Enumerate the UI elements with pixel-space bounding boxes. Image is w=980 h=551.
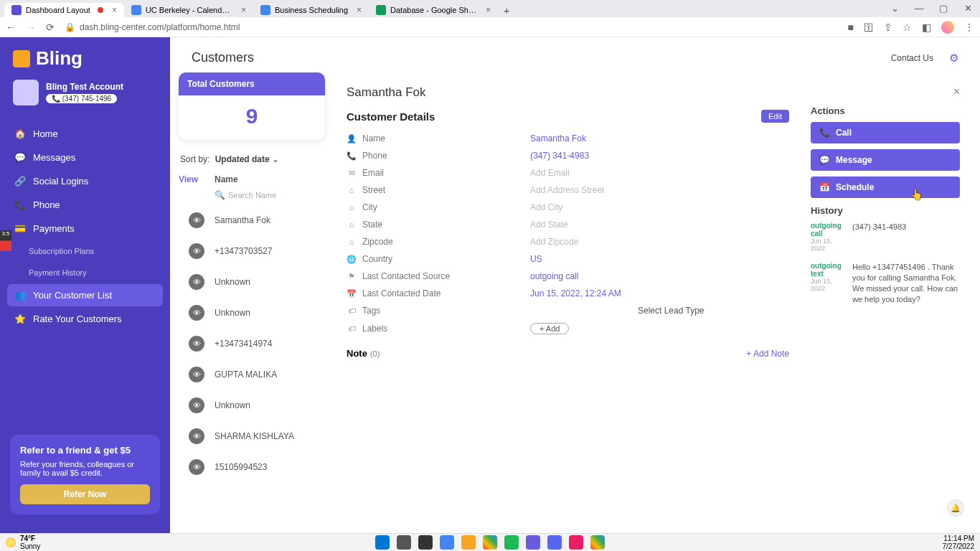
gear-icon[interactable]: ⚙	[949, 52, 958, 65]
star-icon[interactable]: ☆	[903, 22, 912, 33]
customer-name: +13473703527	[215, 246, 272, 256]
field-value[interactable]: Add Zipcode	[530, 237, 578, 247]
customer-row[interactable]: 👁+13473414974	[179, 328, 325, 359]
app-icon[interactable]	[440, 535, 454, 550]
search-icon[interactable]	[397, 535, 411, 550]
history-title: History	[811, 205, 960, 216]
camera-icon[interactable]: ■	[848, 22, 854, 33]
browser-tab-3[interactable]: Database - Google Sheets ×	[369, 3, 498, 17]
close-icon[interactable]: ×	[811, 85, 960, 98]
reload-icon[interactable]: ⟳	[46, 22, 55, 33]
profile-avatar-icon[interactable]	[941, 21, 954, 34]
share-icon[interactable]: ⇪	[884, 22, 892, 33]
app-icon[interactable]	[569, 535, 583, 550]
message-button[interactable]: 💬Message	[811, 149, 960, 171]
start-icon[interactable]	[375, 535, 390, 550]
chrome-icon[interactable]	[590, 535, 605, 550]
add-note-link[interactable]: + Add Note	[746, 349, 789, 359]
close-window-icon[interactable]: ✕	[956, 3, 980, 17]
sidebar-item-messages[interactable]: 💬Messages	[7, 146, 163, 169]
eye-icon[interactable]: 👁	[189, 305, 204, 321]
history-date: Jun 15, 2022	[811, 278, 847, 292]
favicon-icon	[131, 5, 141, 15]
key-icon[interactable]: ⚿	[864, 22, 874, 33]
field-date: 📅Last Contacted DateJun 15, 2022, 12:24 …	[347, 285, 789, 302]
close-icon[interactable]: ×	[486, 5, 491, 15]
sidebar-item-payments[interactable]: 💳Payments	[7, 217, 163, 240]
customer-row[interactable]: 👁Unknown	[179, 297, 325, 328]
sidebar-item-social[interactable]: 🔗Social Logins	[7, 170, 163, 192]
field-value[interactable]: Add State	[530, 220, 568, 230]
field-icon: ⌂	[347, 203, 357, 212]
edit-button[interactable]: Edit	[761, 110, 789, 123]
app-icon[interactable]	[526, 535, 540, 550]
browser-tab-0[interactable]: Dashboard Layout ×	[4, 3, 124, 17]
nav: 🏠Home 💬Messages 🔗Social Logins 📞Phone 💳P…	[0, 116, 170, 330]
search-placeholder: Search Name	[228, 191, 276, 199]
customer-row[interactable]: 👁Unknown	[179, 390, 325, 420]
field-icon: 🏷	[347, 324, 357, 333]
spotify-icon[interactable]	[504, 535, 519, 550]
customer-row[interactable]: 👁SHARMA KISHLAYA	[179, 420, 325, 451]
field-country: 🌐CountryUS	[347, 250, 789, 268]
customer-row[interactable]: 👁Samantha Fok	[179, 204, 325, 235]
sidebar-sub-subscription[interactable]: Subscription Plans	[7, 241, 163, 261]
eye-icon[interactable]: 👁	[189, 243, 204, 259]
eye-icon[interactable]: 👁	[189, 212, 204, 228]
customer-row[interactable]: 👁+13473703527	[179, 235, 325, 266]
sidebar-item-label: Messages	[33, 152, 75, 163]
back-icon[interactable]: ←	[6, 22, 16, 33]
new-tab-button[interactable]: +	[498, 3, 515, 17]
field-value[interactable]: Add Address Street	[530, 185, 604, 195]
sidebar-item-home[interactable]: 🏠Home	[7, 123, 163, 145]
weather-widget[interactable]: 74°F Sunny	[6, 534, 40, 550]
sidebar-item-rate[interactable]: ⭐Rate Your Customers	[7, 308, 163, 330]
clock[interactable]: 11:14 PM 7/27/2022	[943, 534, 975, 550]
call-button[interactable]: 📞Call	[811, 122, 960, 143]
url-field[interactable]: 🔒 dash.bling-center.com/platform/home.ht…	[65, 22, 240, 32]
discord-icon[interactable]	[547, 535, 562, 550]
total-customers-card: Total Customers 9	[179, 72, 325, 140]
contact-us-link[interactable]: Contact Us	[891, 53, 933, 63]
close-icon[interactable]: ×	[241, 5, 246, 15]
sidebar-item-phone[interactable]: 📞Phone	[7, 194, 163, 216]
browser-tab-2[interactable]: Business Scheduling ×	[253, 3, 369, 17]
weather-temp: 74°F	[20, 534, 40, 542]
taskview-icon[interactable]	[418, 535, 433, 550]
eye-icon[interactable]: 👁	[189, 428, 204, 444]
search-input[interactable]: 🔍 Search Name	[179, 189, 325, 204]
panel-icon[interactable]: ◧	[922, 22, 931, 33]
close-icon[interactable]: ×	[112, 5, 117, 15]
notification-icon[interactable]: 🔔	[947, 499, 964, 517]
customer-row[interactable]: 👁15105994523	[179, 451, 325, 482]
minimize-icon[interactable]: ―	[907, 3, 931, 17]
eye-icon[interactable]: 👁	[189, 367, 204, 382]
eye-icon[interactable]: 👁	[189, 336, 204, 352]
customer-row[interactable]: 👁Unknown	[179, 266, 325, 297]
chevron-down-icon[interactable]: ⌄	[882, 3, 907, 17]
refer-body: Refer your friends, colleagues or family…	[20, 460, 150, 477]
refer-button[interactable]: Refer Now	[20, 484, 150, 504]
field-value[interactable]: Add Email	[530, 168, 570, 178]
field-value[interactable]: Add City	[530, 202, 562, 212]
sidebar-sub-payment-history[interactable]: Payment History	[7, 263, 163, 283]
browser-tab-1[interactable]: UC Berkeley - Calendar - Week o ×	[124, 3, 253, 17]
eye-icon[interactable]: 👁	[189, 397, 204, 413]
sidebar-item-customer-list[interactable]: 👥Your Customer List	[7, 284, 163, 306]
schedule-button[interactable]: 📅Schedule👆	[811, 176, 960, 198]
customer-row[interactable]: 👁GUPTA MALIKA	[179, 359, 325, 390]
add-label-pill[interactable]: + Add	[530, 323, 569, 334]
chrome-icon[interactable]	[483, 535, 497, 550]
menu-icon[interactable]: ⋮	[964, 22, 974, 33]
taskbar: 74°F Sunny 11:14 PM 7/27/2022	[0, 533, 980, 551]
list-header: View Name	[179, 171, 325, 189]
sort-control[interactable]: Sort by: Updated date ⌄	[179, 150, 325, 171]
eye-icon[interactable]: 👁	[189, 459, 204, 475]
maximize-icon[interactable]: ▢	[931, 3, 956, 17]
eye-icon[interactable]: 👁	[189, 274, 204, 290]
app-icon[interactable]	[461, 535, 476, 550]
customer-name: GUPTA MALIKA	[215, 369, 277, 380]
forward-icon[interactable]: →	[26, 22, 36, 33]
close-icon[interactable]: ×	[357, 5, 362, 15]
customer-name: Unknown	[215, 308, 250, 318]
